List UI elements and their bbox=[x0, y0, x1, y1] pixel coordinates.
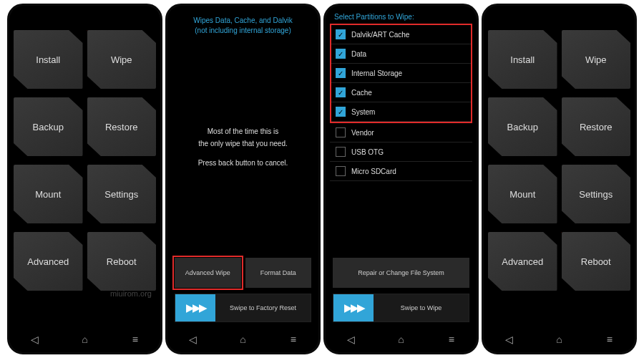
advanced-wipe-button[interactable]: Advanced Wipe bbox=[175, 258, 241, 288]
checkbox-icon[interactable] bbox=[336, 147, 346, 157]
nav-bar: ◁ ⌂ ≡ bbox=[326, 326, 477, 352]
reboot-button[interactable]: Reboot bbox=[562, 232, 631, 291]
phone-1-screen: Install Wipe Backup Restore Mount Settin… bbox=[9, 6, 160, 326]
swipe-label: Swipe to Factory Reset bbox=[215, 304, 311, 311]
wipe-button[interactable]: Wipe bbox=[562, 30, 631, 89]
backup-button[interactable]: Backup bbox=[14, 97, 83, 156]
swipe-to-wipe[interactable]: ▶▶▶ Swipe to Wipe bbox=[333, 294, 469, 322]
back-icon[interactable]: ◁ bbox=[187, 334, 197, 344]
partition-item-internal[interactable]: ✓ Internal Storage bbox=[330, 64, 472, 83]
partition-label: USB OTG bbox=[351, 148, 384, 156]
advanced-button[interactable]: Advanced bbox=[488, 232, 557, 291]
partition-item-vendor[interactable]: Vendor bbox=[330, 123, 472, 142]
advanced-button[interactable]: Advanced bbox=[14, 232, 83, 291]
phone-4-screen: Install Wipe Backup Restore Mount Settin… bbox=[484, 6, 635, 326]
swipe-handle-icon[interactable]: ▶▶▶ bbox=[175, 294, 215, 321]
checkbox-checked-icon[interactable]: ✓ bbox=[336, 29, 346, 39]
partition-label: Micro SDCard bbox=[351, 168, 396, 175]
partition-item-cache[interactable]: ✓ Cache bbox=[330, 83, 472, 102]
nav-bar: ◁ ⌂ ≡ bbox=[484, 326, 635, 352]
partition-label: Vendor bbox=[351, 129, 374, 137]
menu-icon[interactable]: ≡ bbox=[605, 334, 615, 344]
partition-item-dalvik[interactable]: ✓ Dalvik/ART Cache bbox=[330, 25, 472, 44]
partition-item-usbotg[interactable]: USB OTG bbox=[330, 142, 472, 162]
backup-button[interactable]: Backup bbox=[488, 97, 557, 156]
wipe-action-row: Advanced Wipe Format Data bbox=[172, 258, 314, 288]
wipe-info-line3: Press back button to cancel. bbox=[179, 159, 307, 167]
partition-label: Cache bbox=[351, 89, 372, 97]
partition-title: Select Partitions to Wipe: bbox=[330, 7, 472, 24]
nav-bar: ◁ ⌂ ≡ bbox=[9, 326, 160, 352]
partition-label: System bbox=[351, 108, 375, 116]
restore-button[interactable]: Restore bbox=[87, 97, 157, 156]
phone-row: Install Wipe Backup Restore Mount Settin… bbox=[0, 0, 644, 358]
checkbox-checked-icon[interactable]: ✓ bbox=[336, 107, 346, 117]
wipe-button[interactable]: Wipe bbox=[87, 30, 157, 89]
wipe-header-line1: Wipes Data, Cache, and Dalvik bbox=[177, 16, 308, 26]
home-icon[interactable]: ⌂ bbox=[238, 334, 248, 344]
settings-button[interactable]: Settings bbox=[87, 165, 157, 223]
phone-4: Install Wipe Backup Restore Mount Settin… bbox=[482, 4, 637, 354]
checkbox-checked-icon[interactable]: ✓ bbox=[336, 68, 346, 78]
checkbox-checked-icon[interactable]: ✓ bbox=[336, 49, 346, 59]
swipe-handle-icon[interactable]: ▶▶▶ bbox=[333, 294, 374, 321]
home-icon[interactable]: ⌂ bbox=[554, 334, 564, 344]
partition-label: Internal Storage bbox=[351, 69, 402, 77]
back-icon[interactable]: ◁ bbox=[504, 334, 514, 344]
watermark: miuirom.org bbox=[110, 289, 152, 298]
wipe-info-line1: Most of the time this is bbox=[179, 127, 307, 135]
phone-2-screen: Wipes Data, Cache, and Dalvik (not inclu… bbox=[167, 6, 318, 326]
repair-filesystem-button[interactable]: Repair or Change File System bbox=[333, 258, 469, 288]
partition-list: ✓ Dalvik/ART Cache ✓ Data ✓ Internal Sto… bbox=[330, 24, 472, 181]
nav-bar: ◁ ⌂ ≡ bbox=[167, 326, 318, 352]
swipe-factory-reset[interactable]: ▶▶▶ Swipe to Factory Reset bbox=[175, 294, 311, 322]
checkbox-icon[interactable] bbox=[336, 166, 346, 176]
partition-item-system[interactable]: ✓ System bbox=[330, 102, 472, 122]
mount-button[interactable]: Mount bbox=[14, 165, 83, 223]
home-icon[interactable]: ⌂ bbox=[79, 334, 89, 344]
home-icon[interactable]: ⌂ bbox=[396, 334, 406, 344]
partition-label: Data bbox=[351, 50, 366, 58]
back-icon[interactable]: ◁ bbox=[346, 334, 356, 344]
format-data-button[interactable]: Format Data bbox=[245, 258, 312, 288]
install-button[interactable]: Install bbox=[14, 30, 83, 89]
install-button[interactable]: Install bbox=[488, 30, 557, 89]
wipe-header-line2: (not including internal storage) bbox=[177, 26, 308, 36]
menu-icon[interactable]: ≡ bbox=[447, 334, 457, 344]
restore-button[interactable]: Restore bbox=[562, 97, 631, 156]
partition-label: Dalvik/ART Cache bbox=[351, 31, 409, 39]
back-icon[interactable]: ◁ bbox=[29, 334, 39, 344]
twrp-main-menu: Install Wipe Backup Restore Mount Settin… bbox=[14, 11, 156, 291]
twrp-main-menu: Install Wipe Backup Restore Mount Settin… bbox=[488, 11, 630, 291]
wipe-header: Wipes Data, Cache, and Dalvik (not inclu… bbox=[172, 9, 314, 36]
phone-3: Select Partitions to Wipe: ✓ Dalvik/ART … bbox=[323, 4, 479, 354]
wipe-info: Most of the time this is the only wipe t… bbox=[172, 36, 314, 258]
partition-item-data[interactable]: ✓ Data bbox=[330, 44, 472, 64]
mount-button[interactable]: Mount bbox=[488, 165, 557, 223]
partition-item-sdcard[interactable]: Micro SDCard bbox=[330, 162, 472, 181]
checkbox-icon[interactable] bbox=[336, 127, 346, 137]
menu-icon[interactable]: ≡ bbox=[130, 334, 140, 344]
phone-3-screen: Select Partitions to Wipe: ✓ Dalvik/ART … bbox=[326, 6, 477, 326]
settings-button[interactable]: Settings bbox=[562, 165, 631, 223]
swipe-label: Swipe to Wipe bbox=[374, 304, 469, 311]
wipe-info-line2: the only wipe that you need. bbox=[179, 140, 307, 147]
partition-checked-group: ✓ Dalvik/ART Cache ✓ Data ✓ Internal Sto… bbox=[330, 24, 472, 123]
checkbox-checked-icon[interactable]: ✓ bbox=[336, 87, 346, 97]
reboot-button[interactable]: Reboot bbox=[87, 232, 157, 291]
phone-1: Install Wipe Backup Restore Mount Settin… bbox=[7, 4, 162, 354]
menu-icon[interactable]: ≡ bbox=[288, 334, 298, 344]
phone-2: Wipes Data, Cache, and Dalvik (not inclu… bbox=[165, 4, 321, 354]
